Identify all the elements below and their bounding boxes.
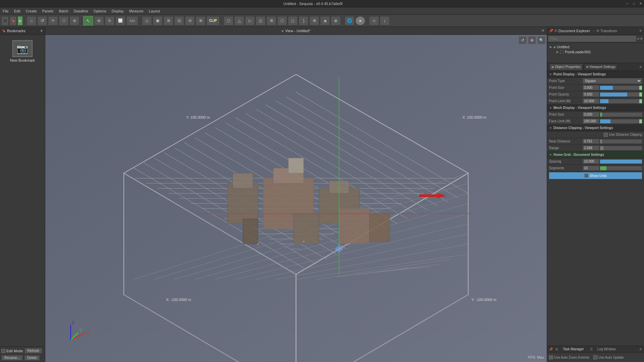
section-mesh-display[interactable]: ▼ Mesh Display - Viewport Settings bbox=[547, 105, 644, 111]
range-slider[interactable] bbox=[600, 146, 642, 150]
segments-slider[interactable] bbox=[600, 166, 642, 170]
viewport-close[interactable]: ✕ bbox=[540, 28, 545, 34]
toolbar-unknown-a[interactable]: ⟳ bbox=[48, 16, 58, 25]
toolbar-hexagon2[interactable]: ⬡ bbox=[277, 16, 287, 25]
menu-create[interactable]: Create bbox=[23, 7, 40, 14]
section-home-grid[interactable]: ▼ Home Grid - Document Settings bbox=[547, 152, 644, 158]
point-limit-input[interactable] bbox=[583, 99, 599, 104]
face-limit-input[interactable] bbox=[583, 119, 599, 124]
toolbar-clip[interactable]: CLIP bbox=[206, 16, 220, 25]
window-controls[interactable]: ─ □ ✕ bbox=[624, 0, 644, 7]
maximize-button[interactable]: □ bbox=[631, 0, 637, 7]
toolbar-unknown-d[interactable]: ⊞ bbox=[196, 16, 206, 25]
toolbar-arc[interactable]: ⟆ bbox=[299, 16, 309, 25]
toolbar-unknown-c[interactable]: ⊞ bbox=[69, 16, 79, 25]
toolbar-scale[interactable]: ⬜ bbox=[115, 16, 125, 25]
section-point-display[interactable]: ▼ Point Display - Viewport Settings bbox=[547, 71, 644, 78]
vp-refresh-btn[interactable]: ↺ bbox=[519, 36, 527, 44]
filter-clear-btn[interactable]: ✕ bbox=[640, 37, 643, 41]
toolbar-crosshair[interactable]: ⊕ bbox=[331, 16, 341, 25]
filter-options-btn[interactable]: ≡ bbox=[637, 37, 639, 41]
near-distance-input[interactable] bbox=[583, 139, 599, 144]
vp-fit-btn[interactable]: ⊕ bbox=[528, 36, 536, 44]
point-size-slider[interactable] bbox=[600, 86, 642, 90]
show-units-button[interactable]: Show Units bbox=[549, 172, 642, 179]
viewport-canvas[interactable]: X Y Z Y: 100.0000 m X: 100.0000 m X: -10… bbox=[45, 35, 547, 362]
refresh-button[interactable]: Refresh bbox=[24, 348, 42, 354]
toolbar-corner-rect[interactable]: ◱ bbox=[256, 16, 266, 25]
toolbar-grid2[interactable]: ⊞ bbox=[266, 16, 276, 25]
bottom-panel-close[interactable]: ✕ bbox=[639, 348, 642, 351]
mesh-point-size-slider[interactable] bbox=[600, 113, 642, 117]
toolbar-rect2[interactable]: ◻ bbox=[288, 16, 298, 25]
toolbar-box-select[interactable]: ▣ bbox=[153, 16, 163, 25]
toolbar-move[interactable]: ✛ bbox=[94, 16, 104, 25]
toolbar-unknown-b[interactable]: ⬡ bbox=[59, 16, 69, 25]
section-distance-clipping[interactable]: ▼ Distance Clipping - Viewport Settings bbox=[547, 125, 644, 131]
rename-button[interactable]: Rename... bbox=[1, 355, 23, 361]
auto-zoom-checkbox[interactable] bbox=[549, 355, 553, 359]
menu-panels[interactable]: Panels bbox=[40, 7, 56, 14]
point-limit-slider[interactable] bbox=[600, 99, 642, 103]
spacing-slider[interactable] bbox=[600, 160, 642, 164]
use-distance-clipping-checkbox[interactable] bbox=[604, 133, 608, 137]
menu-layout[interactable]: Layout bbox=[146, 7, 163, 14]
viewport-settings-tab[interactable]: ⚙ Viewport Settings bbox=[584, 63, 618, 71]
menu-deadline[interactable]: Deadline bbox=[71, 7, 91, 14]
near-distance-slider[interactable] bbox=[600, 139, 642, 143]
right-panel-close[interactable]: ✕ bbox=[639, 29, 642, 33]
toolbar-play[interactable]: ▶ bbox=[17, 16, 23, 25]
menu-measure[interactable]: Measure bbox=[126, 7, 146, 14]
bookmarks-close[interactable]: ✕ bbox=[40, 29, 43, 33]
toolbar-play2[interactable]: ▷ bbox=[245, 16, 255, 25]
toolbar-mesh-edit[interactable]: ⊟ bbox=[185, 16, 195, 25]
auto-update-checkbox[interactable] bbox=[593, 355, 597, 359]
point-opacity-input[interactable] bbox=[583, 92, 599, 97]
spacing-input[interactable] bbox=[583, 159, 599, 164]
edit-mode-checkbox[interactable] bbox=[1, 349, 5, 353]
toolbar-select[interactable]: ↖ bbox=[83, 16, 93, 25]
doc-explorer-tab[interactable]: Document Explorer bbox=[558, 29, 590, 33]
task-manager-tab[interactable]: Task Manager bbox=[561, 347, 586, 351]
menu-edit[interactable]: Edit bbox=[11, 7, 23, 14]
toolbar-target[interactable]: ⊙ bbox=[174, 16, 184, 25]
toolbar-rotate-snap[interactable]: ↺ bbox=[37, 16, 47, 25]
toolbar-cross-arrows[interactable]: ⊹ bbox=[369, 16, 379, 25]
log-window-tab[interactable]: Log Window bbox=[595, 347, 618, 351]
point-type-select[interactable]: Square Circle Pixel bbox=[583, 78, 642, 84]
toolbar-sphere[interactable]: ● bbox=[355, 16, 365, 25]
tree-root-untitled[interactable]: ▶ ■ Untitled bbox=[548, 44, 643, 50]
menu-display[interactable]: Display bbox=[109, 7, 126, 14]
point-opacity-slider[interactable] bbox=[600, 93, 642, 97]
right-panel-pin[interactable]: 📌 bbox=[549, 29, 553, 33]
show-units-checkbox[interactable] bbox=[584, 174, 588, 178]
object-properties-tab[interactable]: ⊞ Object Properties bbox=[549, 63, 583, 71]
face-limit-slider[interactable] bbox=[600, 119, 642, 123]
point-size-input[interactable] bbox=[583, 85, 599, 90]
toolbar-diamond[interactable]: ◈ bbox=[320, 16, 330, 25]
filter-input[interactable] bbox=[548, 36, 636, 42]
toolbar-grid3[interactable]: ⊞ bbox=[309, 16, 319, 25]
mesh-point-size-input[interactable] bbox=[583, 112, 599, 117]
transform-tab[interactable]: Transform bbox=[600, 29, 617, 33]
delete-button[interactable]: Delete bbox=[24, 355, 40, 361]
toolbar-snap-vertex[interactable]: ◇ bbox=[142, 16, 152, 25]
toolbar-bookmarks-toggle[interactable]: ⬛ bbox=[1, 16, 9, 25]
toolbar-rotate[interactable]: ↻ bbox=[105, 16, 115, 25]
menu-batch[interactable]: Batch bbox=[56, 7, 71, 14]
menu-file[interactable]: File bbox=[0, 7, 11, 14]
toolbar-triangle[interactable]: △ bbox=[234, 16, 244, 25]
toolbar-grid-view[interactable]: ⊞ bbox=[163, 16, 173, 25]
toolbar-nav-arrows[interactable]: ↕ bbox=[380, 16, 390, 25]
toolbar-home[interactable]: ⌂ bbox=[26, 16, 37, 25]
toolbar-bookmark-icon[interactable]: 🔖 bbox=[9, 16, 17, 25]
segments-input[interactable] bbox=[583, 166, 599, 171]
new-bookmark-item[interactable]: 📷 New Bookmark bbox=[8, 38, 37, 64]
range-input[interactable] bbox=[583, 145, 599, 150]
toolbar-globe[interactable]: 🌐 bbox=[344, 16, 355, 25]
toolbar-num-input[interactable]: 123 bbox=[126, 16, 138, 25]
minimize-button[interactable]: ─ bbox=[624, 0, 631, 7]
toolbar-hexagon1[interactable]: ⬡ bbox=[223, 16, 233, 25]
tree-pointloader[interactable]: ▶ ⛶ PointLoader001 bbox=[555, 50, 643, 54]
props-panel-close[interactable]: ✕ bbox=[639, 65, 642, 69]
